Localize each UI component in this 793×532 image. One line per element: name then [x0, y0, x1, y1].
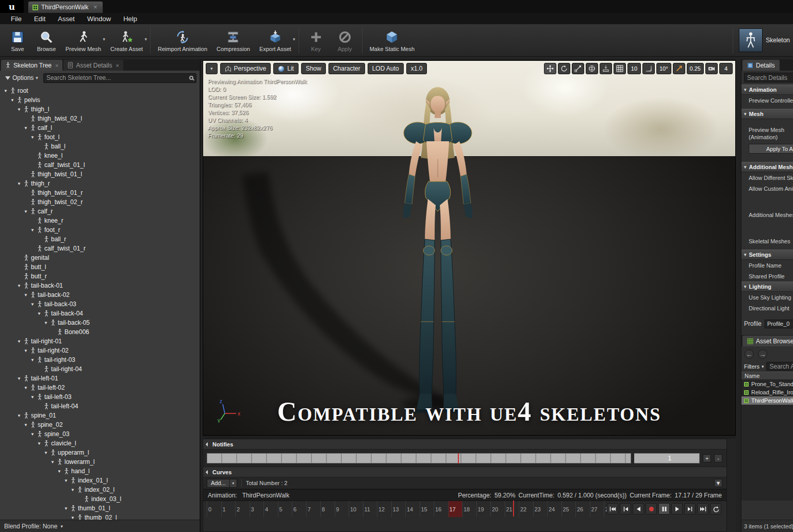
- timeline-frame-cell[interactable]: 10: [349, 501, 363, 517]
- lit-button[interactable]: Lit: [273, 63, 299, 74]
- timeline-frame-cell[interactable]: 27: [590, 501, 604, 517]
- expand-arrow-icon[interactable]: [23, 126, 28, 130]
- tree-item[interactable]: foot_r: [0, 225, 200, 235]
- menu-help[interactable]: Help: [118, 14, 143, 24]
- expand-arrow-icon[interactable]: [3, 89, 8, 93]
- prop-shared-profile[interactable]: Shared Profile: [741, 271, 793, 281]
- prop-allow-custom-animbp[interactable]: Allow Custom AnimBP: [741, 183, 793, 194]
- playback-speed-button[interactable]: x1.0: [406, 63, 427, 74]
- timeline-frame-cell[interactable]: 19: [476, 501, 491, 517]
- timeline-frame-cell[interactable]: 0: [207, 501, 221, 517]
- timeline-frame-cell[interactable]: 5: [278, 501, 292, 517]
- key-button[interactable]: Key: [302, 25, 331, 55]
- compression-button[interactable]: Compression: [212, 25, 255, 55]
- tree-item[interactable]: butt_l: [0, 262, 200, 272]
- tree-item[interactable]: calf_twist_01_l: [0, 160, 200, 170]
- tree-item[interactable]: knee_l: [0, 151, 200, 160]
- tree-item[interactable]: butt_r: [0, 272, 200, 281]
- timeline-scrubber[interactable]: 0 1 2 3 4 5 6 7 8 9 10 11: [203, 501, 726, 517]
- rotate-tool-button[interactable]: [558, 63, 570, 74]
- document-tab[interactable]: ThirdPersonWalk ×: [28, 1, 103, 13]
- expand-arrow-icon[interactable]: [30, 395, 35, 400]
- character-model[interactable]: [373, 79, 502, 414]
- expand-arrow-icon[interactable]: [16, 284, 22, 288]
- prop-directional-light[interactable]: Directional Light: [741, 303, 793, 313]
- tree-item[interactable]: thigh_twist_02_r: [0, 197, 200, 207]
- save-button[interactable]: Save: [3, 25, 32, 55]
- section-mesh[interactable]: Mesh: [741, 109, 793, 119]
- preview-viewport[interactable]: ▾ Perspective Lit Show Character LOD Aut…: [203, 60, 736, 436]
- expand-arrow-icon[interactable]: [30, 358, 35, 362]
- show-button[interactable]: Show: [301, 63, 326, 74]
- tree-item[interactable]: tail-right-03: [0, 355, 200, 364]
- apply-button[interactable]: Apply: [331, 25, 359, 55]
- timeline-frame-cell[interactable]: 3: [250, 501, 264, 517]
- tree-item[interactable]: index_03_l: [0, 494, 200, 504]
- tree-item[interactable]: clavicle_l: [0, 439, 200, 448]
- vertical-splitter[interactable]: [736, 59, 741, 532]
- tab-close-icon[interactable]: ×: [116, 62, 119, 69]
- section-additional-mesh[interactable]: Additional Meshes: [741, 162, 793, 172]
- preview-mesh-caret-icon[interactable]: ▾: [103, 37, 106, 42]
- tree-item[interactable]: genital: [0, 253, 200, 262]
- expand-arrow-icon[interactable]: [23, 386, 28, 390]
- timeline-frame-cell[interactable]: 2: [235, 501, 250, 517]
- world-local-toggle-button[interactable]: [586, 63, 598, 74]
- expand-arrow-icon[interactable]: [63, 478, 69, 483]
- prop-use-sky-lighting[interactable]: Use Sky Lighting: [741, 292, 793, 303]
- surface-snap-button[interactable]: [600, 63, 612, 74]
- timeline-frame-cell[interactable]: 24: [547, 501, 561, 517]
- character-button[interactable]: Character: [328, 63, 365, 74]
- forward-button[interactable]: →: [758, 350, 767, 359]
- tree-item[interactable]: Bone006: [0, 327, 200, 337]
- jump-to-start-button[interactable]: [607, 503, 618, 514]
- expand-arrow-icon[interactable]: [43, 451, 48, 455]
- tab-close-icon[interactable]: ×: [55, 62, 58, 69]
- notifies-header[interactable]: Notifies: [203, 439, 726, 450]
- add-curve-button[interactable]: Add... ▾: [207, 479, 237, 488]
- create-asset-button[interactable]: ▾ Create Asset: [106, 25, 147, 55]
- asset-list-name-header[interactable]: Name: [741, 372, 793, 380]
- tab-asset-browser[interactable]: Asset Browser: [742, 336, 793, 346]
- expand-arrow-icon[interactable]: [16, 181, 22, 186]
- profile-input[interactable]: [765, 320, 793, 328]
- tree-item[interactable]: spine_02: [0, 420, 200, 429]
- section-settings[interactable]: Settings: [741, 250, 793, 260]
- jump-to-end-button[interactable]: [697, 503, 708, 514]
- asset-search-input[interactable]: [769, 363, 793, 370]
- menu-window[interactable]: Window: [81, 14, 117, 24]
- tree-item[interactable]: tail-left-04: [0, 402, 200, 411]
- tree-item[interactable]: thigh_r: [0, 179, 200, 188]
- prop-skeletal-meshes[interactable]: Skeletal Meshes: [741, 236, 793, 246]
- asset-list-item[interactable]: ThirdPersonWalk: [741, 396, 793, 405]
- preview-mesh-button[interactable]: ▾ Preview Mesh: [61, 25, 106, 55]
- tree-item[interactable]: lowerarm_l: [0, 457, 200, 467]
- expand-arrow-icon[interactable]: [23, 423, 28, 427]
- playhead-marker[interactable]: [458, 453, 459, 463]
- expand-arrow-icon[interactable]: [16, 376, 22, 381]
- tree-item[interactable]: tail-back-01: [0, 281, 200, 290]
- expand-arrow-icon[interactable]: [23, 293, 28, 297]
- scale-tool-button[interactable]: [572, 63, 584, 74]
- camera-speed-button[interactable]: [705, 63, 718, 74]
- tree-item[interactable]: tail-right-01: [0, 337, 200, 346]
- timeline-frame-cell[interactable]: 9: [335, 501, 349, 517]
- tree-item[interactable]: knee_r: [0, 216, 200, 225]
- tree-item[interactable]: index_02_l: [0, 485, 200, 494]
- expand-arrow-icon[interactable]: [10, 98, 15, 103]
- expand-arrow-icon[interactable]: [16, 339, 22, 344]
- curves-options-button[interactable]: ▼: [714, 479, 722, 487]
- timeline-frame-cell[interactable]: 11: [363, 501, 377, 517]
- create-asset-caret-icon[interactable]: ▾: [145, 37, 147, 42]
- timeline-frame-cell[interactable]: 1: [221, 501, 236, 517]
- expand-arrow-icon[interactable]: [16, 107, 22, 112]
- timeline-frame-cell[interactable]: 4: [263, 501, 278, 517]
- expand-arrow-icon[interactable]: [37, 311, 42, 316]
- tree-item[interactable]: ball_r: [0, 235, 200, 244]
- timeline-frame-cell[interactable]: 13: [391, 501, 406, 517]
- timeline-frame-cell[interactable]: 21: [505, 501, 519, 517]
- expand-arrow-icon[interactable]: [23, 348, 28, 353]
- tree-item[interactable]: tail-back-04: [0, 309, 200, 318]
- tree-item[interactable]: thigh_twist_02_l: [0, 114, 200, 123]
- add-curve-caret-icon[interactable]: ▾: [229, 479, 237, 487]
